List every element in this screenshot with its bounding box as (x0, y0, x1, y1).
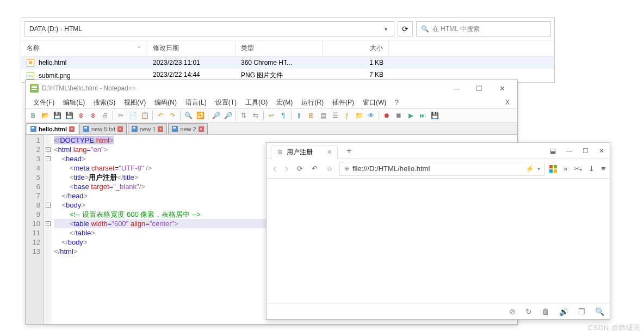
forward-button[interactable]: › (283, 162, 290, 175)
menu-search[interactable]: 搜索(S) (89, 97, 120, 108)
tab-close-icon[interactable]: × (158, 126, 163, 132)
col-type-header[interactable]: 类型 (236, 40, 323, 56)
close-button[interactable]: ✕ (491, 82, 513, 95)
block-icon[interactable]: ⊘ (509, 307, 516, 316)
menu-plugins[interactable]: 插件(P) (328, 97, 358, 108)
zoom-in-icon[interactable]: 🔎 (210, 110, 221, 121)
col-size-header[interactable]: 大小 (323, 40, 389, 56)
fold-minus-icon[interactable]: − (46, 147, 51, 152)
udl-icon[interactable]: ⊞ (306, 110, 317, 121)
menu-help[interactable]: ? (391, 98, 403, 107)
breadcrumb-part[interactable]: HTML (64, 25, 82, 33)
find-icon[interactable]: 🔍 (183, 110, 194, 121)
flash-icon[interactable]: ⚡ (525, 165, 534, 173)
playback-multi-icon[interactable]: ⏭ (417, 110, 428, 121)
more-extensions-icon[interactable]: » (564, 165, 567, 173)
menu-macro[interactable]: 宏(M) (272, 97, 297, 108)
undo-nav-button[interactable]: ↶ (309, 163, 320, 174)
search-icon[interactable]: 🔍 (595, 307, 604, 316)
minimize-button[interactable]: — (561, 144, 577, 158)
new-file-icon[interactable]: 🗎 (28, 110, 39, 121)
close-all-icon[interactable]: ⊗ (88, 110, 98, 121)
maximize-button[interactable]: ☐ (468, 82, 490, 95)
tab-close-icon[interactable]: × (199, 126, 204, 132)
save-macro-icon[interactable]: 💾 (429, 110, 440, 121)
tab-close-icon[interactable]: × (117, 126, 123, 132)
menu-run[interactable]: 运行(R) (297, 97, 328, 108)
open-file-icon[interactable]: 📂 (40, 110, 51, 121)
titlebar[interactable]: D:\HTML\hello.html - Notepad++ — ☐ ✕ (26, 80, 517, 96)
site-info-icon[interactable]: ⊕ (344, 165, 349, 172)
scissors-icon[interactable]: ✂▾ (574, 165, 582, 173)
indent-guide-icon[interactable]: ⫿ (294, 110, 305, 121)
search-input[interactable]: 🔍 在 HTML 中搜索 (416, 21, 551, 36)
fold-minus-icon[interactable]: − (46, 156, 51, 161)
print-icon[interactable]: 🖨 (100, 110, 110, 121)
history-icon[interactable]: ↻ (525, 307, 532, 316)
editor-tab[interactable]: new 2× (168, 123, 207, 134)
download-icon[interactable]: ⤓ (589, 165, 595, 173)
fold-minus-icon[interactable]: − (46, 203, 51, 208)
back-button[interactable]: ‹ (271, 162, 278, 175)
menu-language[interactable]: 语言(L) (181, 97, 211, 108)
doc-list-icon[interactable]: ☰ (330, 110, 340, 121)
refresh-button[interactable]: ⟳ (398, 21, 413, 36)
chevron-down-icon[interactable]: ▾ (382, 26, 389, 32)
stop-macro-icon[interactable]: ⏹ (393, 110, 404, 121)
file-row[interactable]: hello.html 2023/2/23 11:01 360 Chrome HT… (21, 57, 554, 69)
menu-edit[interactable]: 编辑(E) (59, 97, 89, 108)
maximize-button[interactable]: ☐ (577, 144, 593, 158)
show-chars-icon[interactable]: ¶ (278, 110, 289, 121)
undo-icon[interactable]: ↶ (155, 110, 166, 121)
close-file-icon[interactable]: ⊗ (76, 110, 86, 121)
editor-tab[interactable]: new 1× (128, 123, 167, 134)
menu-view[interactable]: 视图(V) (120, 97, 150, 108)
record-macro-icon[interactable]: ⏺ (381, 110, 392, 121)
close-button[interactable]: ✕ (593, 144, 610, 158)
save-icon[interactable]: 💾 (52, 110, 63, 121)
page-content[interactable] (267, 179, 610, 303)
pin-button[interactable]: ⬓ (544, 144, 561, 158)
home-button[interactable]: ☆ (324, 163, 335, 174)
cut-icon[interactable]: ✂ (115, 110, 126, 121)
func-list-icon[interactable]: ƒ (342, 110, 352, 121)
copy-icon[interactable]: 📄 (127, 110, 138, 121)
col-date-header[interactable]: 修改日期 (147, 40, 236, 56)
menu-settings[interactable]: 设置(T) (211, 97, 241, 108)
zoom-out-icon[interactable]: 🔎 (222, 110, 233, 121)
sound-icon[interactable]: 🔊 (559, 307, 568, 316)
multi-window-icon[interactable]: ❐ (578, 307, 585, 316)
save-all-icon[interactable]: 💾 (64, 110, 75, 121)
trash-icon[interactable]: 🗑 (542, 307, 549, 316)
menu-tools[interactable]: 工具(O) (241, 97, 272, 108)
replace-icon[interactable]: 🔁 (195, 110, 206, 121)
editor-tab[interactable]: hello.html× (27, 123, 78, 134)
reload-button[interactable]: ⟳ (295, 163, 305, 174)
dropdown-icon[interactable]: ▾ (537, 166, 540, 172)
sync-v-icon[interactable]: ⇅ (238, 110, 249, 121)
redo-icon[interactable]: ↷ (167, 110, 178, 121)
browser-tab[interactable]: 🗎 用户注册 ✕ (271, 145, 338, 159)
editor-tab[interactable]: new 5.txt× (79, 123, 127, 134)
minimize-button[interactable]: — (445, 82, 467, 95)
tab-close-icon[interactable]: ✕ (327, 149, 332, 156)
wrap-icon[interactable]: ↩ (266, 110, 277, 121)
menu-window[interactable]: 窗口(W) (358, 97, 391, 108)
new-tab-button[interactable]: + (343, 146, 355, 156)
microsoft-icon[interactable] (549, 165, 557, 173)
doc-map-icon[interactable]: ▤ (318, 110, 329, 121)
paste-icon[interactable]: 📋 (139, 110, 150, 121)
breadcrumb[interactable]: DATA (D:) › HTML ▾ (24, 21, 394, 36)
breadcrumb-part[interactable]: DATA (D:) (29, 25, 58, 33)
menu-encoding[interactable]: 编码(N) (150, 97, 181, 108)
tab-close-icon[interactable]: × (69, 126, 75, 132)
col-name-header[interactable]: 名称⌃ (21, 40, 147, 56)
menu-file[interactable]: 文件(F) (29, 97, 59, 108)
menu-icon[interactable]: ≡ (601, 165, 605, 173)
menu-close-x[interactable]: X (501, 98, 514, 107)
play-macro-icon[interactable]: ▶ (405, 110, 416, 121)
monitor-icon[interactable]: 👁 (366, 110, 376, 121)
sync-h-icon[interactable]: ⇆ (250, 110, 261, 121)
address-bar[interactable]: ⊕ file:///D:/HTML/hello.html ⚡ ▾ (339, 162, 545, 176)
fold-minus-icon[interactable]: − (46, 221, 51, 226)
